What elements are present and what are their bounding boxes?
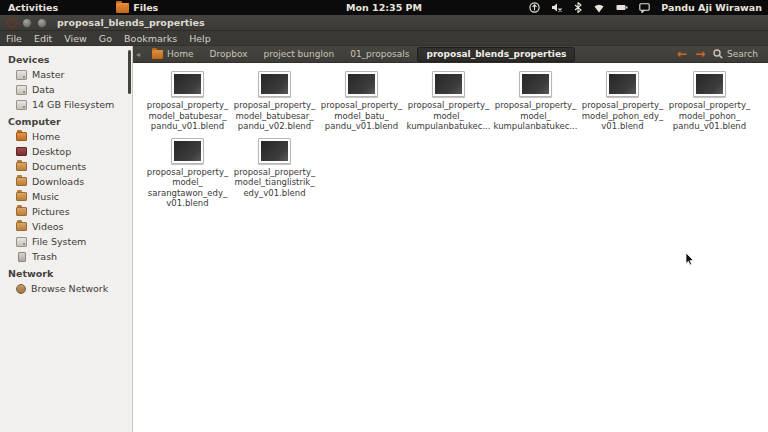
sidebar-item-14-gb-filesystem[interactable]: 14 GB Filesystem (0, 97, 132, 112)
activities-button[interactable]: Activities (8, 2, 58, 13)
breadcrumb-proposal-blends-properties[interactable]: proposal_blends_properties (417, 47, 575, 62)
search-label: Search (727, 49, 758, 59)
file-name: proposal_property_model_kumpulanbatukec.… (406, 100, 490, 132)
sidebar-item-label: Home (32, 131, 60, 142)
file-view[interactable]: proposal_property_model_batubesar_pandu_… (133, 63, 768, 432)
blend-file-icon (606, 71, 639, 97)
minimize-button[interactable] (22, 18, 32, 28)
breadcrumb-project-bunglon[interactable]: project bunglon (256, 47, 343, 62)
path-toolbar: ◂ HomeDropboxproject bunglon01_proposals… (133, 46, 768, 63)
home-folder-icon (16, 132, 27, 141)
menu-help[interactable]: Help (183, 31, 217, 45)
sidebar-item-label: Pictures (32, 206, 70, 217)
search-icon (713, 49, 723, 59)
mouse-cursor (685, 253, 695, 266)
drive-icon (16, 237, 27, 247)
search-button[interactable]: Search (713, 49, 758, 59)
sidebar-item-label: Master (32, 69, 64, 80)
file-grid: proposal_property_model_batubesar_pandu_… (144, 71, 764, 215)
file-name: proposal_property_model_batu_pandu_v01.b… (321, 100, 402, 132)
sidebar-section-devices: Devices (0, 50, 132, 67)
breadcrumb-label: Dropbox (210, 49, 248, 59)
file-item[interactable]: proposal_property_model_kumpulanbatukec.… (492, 71, 579, 132)
sidebar-item-label: Downloads (32, 176, 84, 187)
sidebar-item-label: Videos (32, 221, 64, 232)
file-name: proposal_property_model_tianglistrik_edy… (234, 167, 315, 199)
sidebar-scrollbar[interactable] (128, 50, 131, 94)
active-app-menu[interactable]: Files (116, 2, 158, 13)
file-item[interactable]: proposal_property_model_pohon_pandu_v01.… (666, 71, 753, 132)
file-item[interactable]: proposal_property_model_tianglistrik_edy… (231, 138, 318, 209)
sidebar-item-home[interactable]: Home (0, 129, 132, 144)
file-item[interactable]: proposal_property_model_batubesar_pandu_… (231, 71, 318, 132)
folder-icon (16, 222, 27, 231)
session-icon[interactable] (529, 2, 540, 13)
file-item[interactable]: proposal_property_model_batu_pandu_v01.b… (318, 71, 405, 132)
blend-file-icon (345, 71, 378, 97)
trash-icon (18, 252, 26, 262)
file-item[interactable]: proposal_property_model_pohon_edy_v01.bl… (579, 71, 666, 132)
files-app-icon (116, 3, 129, 13)
close-button[interactable] (7, 18, 17, 28)
menu-bookmarks[interactable]: Bookmarks (118, 31, 183, 45)
sidebar-item-browse-network[interactable]: Browse Network (0, 281, 132, 296)
drive-icon (16, 85, 27, 95)
blend-file-icon (432, 71, 465, 97)
sidebar-item-label: Desktop (32, 146, 71, 157)
battery-icon[interactable] (616, 4, 628, 11)
sidebar-item-pictures[interactable]: Pictures (0, 204, 132, 219)
breadcrumb-home[interactable]: Home (144, 47, 202, 62)
breadcrumb-01-proposals[interactable]: 01_proposals (342, 47, 417, 62)
sidebar-item-label: Data (32, 84, 55, 95)
drive-icon (16, 70, 27, 80)
sidebar-item-label: Music (32, 191, 59, 202)
file-item[interactable]: proposal_property_model_sarangtawon_edy_… (144, 138, 231, 209)
file-name: proposal_property_model_batubesar_pandu_… (147, 100, 228, 132)
sidebar-item-music[interactable]: Music (0, 189, 132, 204)
sidebar-item-downloads[interactable]: Downloads (0, 174, 132, 189)
menu-bar: FileEditViewGoBookmarksHelp (0, 31, 768, 46)
sidebar-item-label: File System (32, 236, 86, 247)
volume-muted-icon[interactable] (551, 2, 563, 13)
sidebar-item-trash[interactable]: Trash (0, 249, 132, 264)
maximize-button[interactable] (37, 18, 47, 28)
sidebar-item-file-system[interactable]: File System (0, 234, 132, 249)
chat-icon[interactable] (639, 3, 650, 13)
forward-button[interactable]: → (695, 48, 705, 60)
menu-file[interactable]: File (0, 31, 28, 45)
breadcrumb-label: 01_proposals (350, 49, 409, 59)
breadcrumb-scroll-left-icon[interactable]: ◂ (133, 50, 144, 59)
file-name: proposal_property_model_kumpulanbatukec.… (493, 100, 577, 132)
active-app-name: Files (133, 2, 158, 13)
back-button[interactable]: ← (677, 48, 687, 60)
menu-edit[interactable]: Edit (28, 31, 58, 45)
breadcrumb-dropbox[interactable]: Dropbox (202, 47, 256, 62)
sidebar-item-data[interactable]: Data (0, 82, 132, 97)
window-titlebar: proposal_blends_properties (0, 15, 768, 31)
file-name: proposal_property_model_pohon_edy_v01.bl… (582, 100, 663, 132)
file-name: proposal_property_model_sarangtawon_edy_… (147, 167, 228, 209)
menu-view[interactable]: View (58, 31, 93, 45)
sidebar-item-label: Documents (32, 161, 86, 172)
wifi-icon[interactable] (593, 3, 605, 13)
sidebar-item-master[interactable]: Master (0, 67, 132, 82)
blend-file-icon (519, 71, 552, 97)
folder-icon (16, 162, 27, 171)
folder-icon (16, 192, 27, 201)
top-panel: Activities Files Mon 12:35 PM Pandu Aji … (0, 0, 768, 15)
desktop-icon (16, 147, 27, 156)
file-item[interactable]: proposal_property_model_kumpulanbatukec.… (405, 71, 492, 132)
window-title: proposal_blends_properties (57, 17, 205, 28)
drive-icon (16, 100, 27, 110)
breadcrumb: HomeDropboxproject bunglon01_proposalspr… (144, 46, 575, 62)
sidebar-item-label: 14 GB Filesystem (32, 99, 114, 110)
breadcrumb-label: project bunglon (264, 49, 335, 59)
file-item[interactable]: proposal_property_model_batubesar_pandu_… (144, 71, 231, 132)
sidebar-item-videos[interactable]: Videos (0, 219, 132, 234)
bluetooth-icon[interactable] (574, 2, 582, 13)
file-name: proposal_property_model_batubesar_pandu_… (234, 100, 315, 132)
username-menu[interactable]: Pandu Aji Wirawan (661, 2, 762, 13)
sidebar-item-desktop[interactable]: Desktop (0, 144, 132, 159)
sidebar-item-documents[interactable]: Documents (0, 159, 132, 174)
menu-go[interactable]: Go (93, 31, 118, 45)
